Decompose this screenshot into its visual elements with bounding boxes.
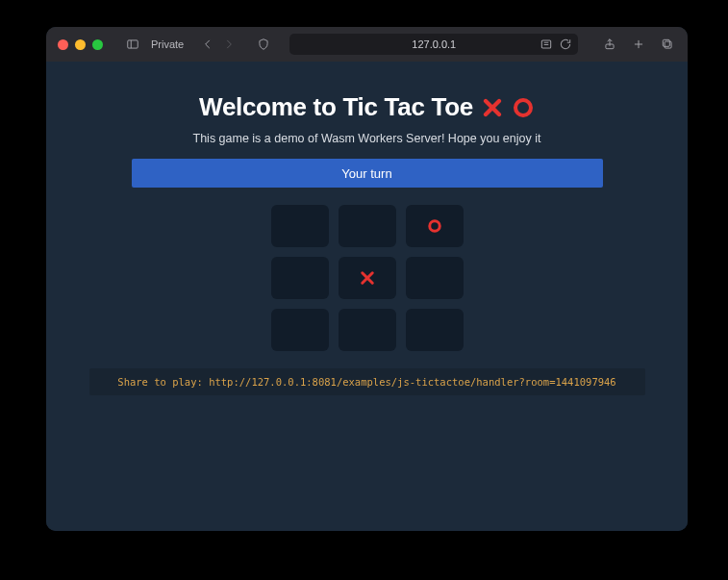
new-tab-icon[interactable] bbox=[630, 36, 647, 53]
address-bar-right-icons bbox=[540, 38, 572, 51]
share-box: Share to play: http://127.0.0.1:8081/exa… bbox=[89, 368, 645, 395]
nav-arrows bbox=[199, 36, 238, 53]
browser-window: Private 127.0.0.1 bbox=[46, 27, 688, 531]
privacy-shield-icon[interactable] bbox=[255, 36, 272, 53]
fullscreen-window-button[interactable] bbox=[92, 39, 103, 50]
cell-7[interactable] bbox=[339, 309, 396, 351]
cell-6[interactable] bbox=[271, 309, 329, 351]
cell-2[interactable] bbox=[406, 205, 464, 247]
o-icon bbox=[512, 96, 535, 119]
x-icon bbox=[481, 96, 504, 119]
subtitle: This game is a demo of Wasm Workers Serv… bbox=[193, 132, 541, 145]
title-text: Welcome to Tic Tac Toe bbox=[199, 92, 473, 122]
cell-4[interactable] bbox=[339, 257, 396, 299]
sidebar-toggle-icon[interactable] bbox=[124, 36, 141, 53]
page-title: Welcome to Tic Tac Toe bbox=[199, 92, 535, 122]
turn-banner: Your turn bbox=[132, 159, 603, 188]
back-button[interactable] bbox=[199, 36, 216, 53]
game-board bbox=[271, 205, 464, 351]
forward-button[interactable] bbox=[220, 36, 238, 53]
cell-8[interactable] bbox=[406, 309, 464, 351]
reader-mode-icon[interactable] bbox=[540, 38, 553, 51]
svg-rect-9 bbox=[663, 39, 669, 46]
svg-rect-2 bbox=[542, 40, 551, 48]
page-content: Welcome to Tic Tac Toe This game is a de… bbox=[46, 62, 688, 531]
reload-icon[interactable] bbox=[559, 38, 572, 51]
svg-point-13 bbox=[429, 221, 439, 232]
cell-1[interactable] bbox=[339, 205, 396, 247]
traffic-lights bbox=[58, 39, 103, 50]
private-badge: Private bbox=[151, 38, 184, 50]
svg-rect-8 bbox=[665, 41, 671, 48]
cell-3[interactable] bbox=[271, 257, 329, 299]
tabs-overview-icon[interactable] bbox=[659, 36, 676, 53]
titlebar-right bbox=[601, 36, 676, 53]
cell-0[interactable] bbox=[271, 205, 329, 247]
cell-5[interactable] bbox=[406, 257, 464, 299]
svg-point-12 bbox=[515, 100, 531, 115]
share-icon[interactable] bbox=[601, 36, 618, 53]
share-label: Share to play: bbox=[117, 376, 209, 388]
address-text: 127.0.0.1 bbox=[412, 38, 456, 50]
titlebar: Private 127.0.0.1 bbox=[46, 27, 688, 62]
address-bar[interactable]: 127.0.0.1 bbox=[289, 34, 578, 55]
svg-rect-0 bbox=[128, 40, 138, 48]
close-window-button[interactable] bbox=[58, 39, 68, 50]
minimize-window-button[interactable] bbox=[75, 39, 86, 50]
share-url: http://127.0.0.1:8081/examples/js-tictac… bbox=[209, 376, 616, 388]
